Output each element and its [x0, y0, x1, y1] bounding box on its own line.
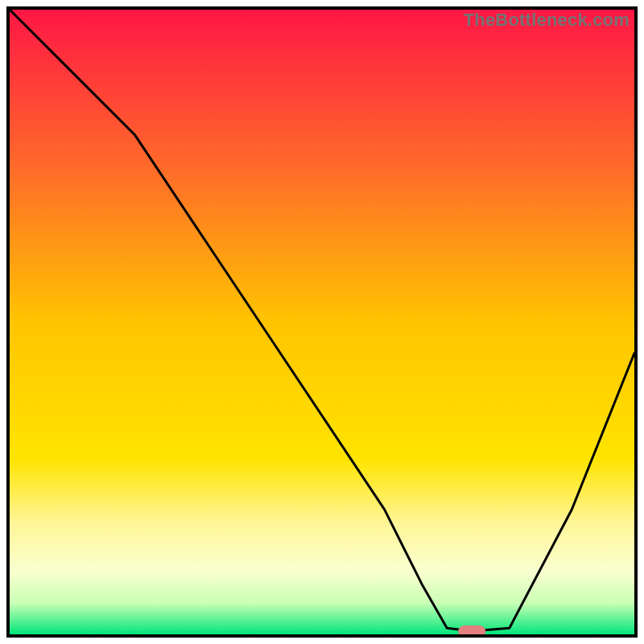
chart-svg: [10, 10, 634, 634]
chart-frame: TheBottleneck.com: [6, 6, 638, 638]
target-marker: [458, 625, 485, 634]
watermark-label: TheBottleneck.com: [464, 10, 630, 31]
